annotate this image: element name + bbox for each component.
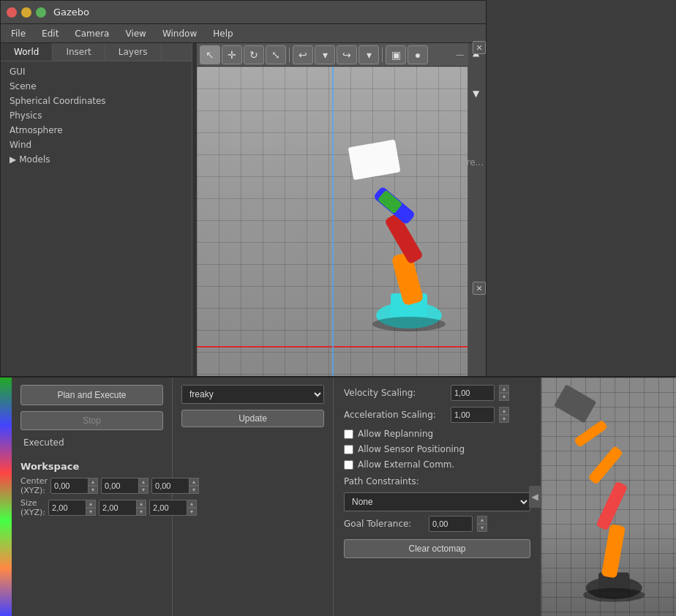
velocity-scaling-label: Velocity Scaling: — [344, 388, 446, 398]
tree-item-gui[interactable]: GUI — [1, 64, 192, 79]
tree-item-scene[interactable]: Scene — [1, 79, 192, 94]
scroll-down-btn[interactable]: ▼ — [473, 89, 486, 99]
svg-rect-10 — [601, 524, 626, 578]
acceleration-up[interactable]: ▴ — [499, 407, 509, 415]
center-y-up[interactable]: ▴ — [138, 478, 149, 486]
select-tool-button[interactable]: ↖ — [200, 45, 220, 64]
chevron-right-icon: ▶ — [10, 154, 16, 165]
tree-item-atmosphere[interactable]: Atmosphere — [1, 123, 192, 138]
acceleration-scaling-row: Acceleration Scaling: 1,00 ▴ ▾ — [344, 407, 530, 423]
center-x-up[interactable]: ▴ — [88, 478, 98, 486]
viewport-menu-icon[interactable]: — — [456, 50, 465, 60]
window-title: Gazebo — [53, 7, 89, 18]
allow-replanning-checkbox[interactable] — [344, 429, 353, 439]
title-bar: Gazebo — [1, 1, 486, 24]
rotate-tool-button[interactable]: ↻ — [244, 45, 264, 64]
far-right-canvas — [541, 378, 676, 616]
center-y-down[interactable]: ▾ — [138, 486, 149, 494]
size-xyz-label: Size (XYZ): — [20, 498, 45, 517]
svg-rect-11 — [596, 481, 628, 530]
undo-button[interactable]: ↩ — [293, 45, 313, 64]
menu-help[interactable]: Help — [206, 27, 240, 40]
stop-button[interactable]: Stop — [20, 411, 163, 430]
y-axis-line — [332, 67, 334, 377]
update-button[interactable]: Update — [181, 410, 324, 427]
tab-insert[interactable]: Insert — [53, 43, 105, 61]
goal-tolerance-label: Goal Tolerance: — [344, 519, 424, 529]
svg-point-15 — [583, 588, 645, 602]
acceleration-scaling-label: Acceleration Scaling: — [344, 410, 446, 420]
panel-collapse-arrow[interactable]: ◀ — [529, 486, 541, 508]
undo-dropdown[interactable]: ▾ — [315, 45, 335, 64]
translate-tool-button[interactable]: ✛ — [222, 45, 242, 64]
acceleration-scaling-input[interactable]: 1,00 — [451, 407, 495, 423]
goal-up[interactable]: ▴ — [477, 516, 487, 524]
size-y-input[interactable]: 2,00 — [99, 500, 137, 516]
tree-item-wind[interactable]: Wind — [1, 138, 192, 152]
bottom-middle-panel: freaky Update — [173, 378, 334, 616]
close-button[interactable] — [7, 7, 17, 18]
path-constraints-dropdown[interactable]: None — [344, 492, 530, 511]
goal-down[interactable]: ▾ — [477, 524, 487, 532]
right-side-panel: ▲ ▼ — [467, 43, 486, 396]
size-x-input[interactable]: 2,00 — [48, 500, 86, 516]
planner-dropdown[interactable]: freaky — [181, 385, 324, 404]
svg-rect-12 — [587, 446, 623, 485]
viewport-canvas[interactable] — [197, 67, 467, 377]
svg-point-7 — [372, 317, 446, 331]
allow-external-checkbox[interactable] — [344, 460, 353, 470]
size-y-down[interactable]: ▾ — [136, 508, 146, 516]
panel-close-button[interactable]: ✕ — [473, 41, 486, 54]
allow-sensor-label: Allow Sensor Positioning — [358, 444, 465, 454]
size-y-up[interactable]: ▴ — [136, 500, 146, 508]
toolbar-separator-2 — [382, 48, 383, 62]
velocity-down[interactable]: ▾ — [499, 393, 509, 401]
tab-layers[interactable]: Layers — [105, 43, 162, 61]
center-y-spinner: 0,00 ▴ ▾ — [101, 478, 149, 494]
acceleration-down[interactable]: ▾ — [499, 415, 509, 423]
minimize-button[interactable] — [21, 7, 31, 18]
allow-external-label: Allow External Comm. — [358, 459, 454, 470]
plan-execute-button[interactable]: Plan and Execute — [20, 385, 163, 405]
velocity-up[interactable]: ▴ — [499, 385, 509, 393]
allow-replanning-label: Allow Replanning — [358, 429, 433, 439]
menu-camera[interactable]: Camera — [67, 27, 116, 40]
tree-item-spherical[interactable]: Spherical Coordinates — [1, 94, 192, 108]
goal-tolerance-arrows: ▴ ▾ — [477, 516, 487, 532]
world-tree: GUI Scene Spherical Coordinates Physics … — [1, 61, 192, 378]
menu-view[interactable]: View — [118, 27, 153, 40]
center-x-input[interactable]: 0,00 — [50, 478, 89, 494]
size-x-spinner: 2,00 ▴ ▾ — [48, 500, 96, 516]
allow-sensor-checkbox[interactable] — [344, 445, 353, 454]
menu-file[interactable]: File — [4, 27, 33, 40]
velocity-scaling-input[interactable]: 1,00 — [451, 385, 495, 401]
viewport-toolbar: ↖ ✛ ↻ ⤡ ↩ ▾ ↪ ▾ ▣ ● — — [197, 43, 467, 67]
viewport: ↖ ✛ ↻ ⤡ ↩ ▾ ↪ ▾ ▣ ● — — [197, 43, 467, 396]
size-x-down[interactable]: ▾ — [86, 508, 96, 516]
center-y-input[interactable]: 0,00 — [101, 478, 139, 494]
panel-close-button-2[interactable]: ✕ — [473, 282, 486, 295]
clear-octomap-button[interactable]: Clear octomap — [344, 539, 530, 558]
tab-world[interactable]: World — [1, 43, 53, 61]
redo-button[interactable]: ↪ — [337, 45, 357, 64]
size-xyz-row: Size (XYZ): 2,00 ▴ ▾ 2,00 ▴ ▾ — [20, 498, 163, 517]
maximize-button[interactable] — [36, 7, 46, 18]
svg-rect-5 — [348, 140, 401, 180]
tree-item-models[interactable]: ▶ Models — [1, 152, 192, 167]
menu-edit[interactable]: Edit — [34, 27, 66, 40]
scale-tool-button[interactable]: ⤡ — [266, 45, 286, 64]
size-x-up[interactable]: ▴ — [86, 500, 96, 508]
workspace-title: Workspace — [20, 461, 163, 472]
tab-bar: World Insert Layers — [1, 43, 192, 61]
sphere-tool-button[interactable]: ● — [408, 45, 428, 64]
center-xyz-label: Center (XYZ): — [20, 476, 48, 495]
goal-tolerance-input[interactable]: 0,00 — [429, 516, 473, 532]
far-right-panel — [541, 378, 676, 616]
tree-item-physics[interactable]: Physics — [1, 108, 192, 123]
velocity-scaling-row: Velocity Scaling: 1,00 ▴ ▾ — [344, 385, 530, 401]
robot-arm-visual — [343, 140, 467, 337]
center-x-down[interactable]: ▾ — [88, 486, 98, 494]
box-tool-button[interactable]: ▣ — [386, 45, 406, 64]
redo-dropdown[interactable]: ▾ — [358, 45, 379, 64]
menu-window[interactable]: Window — [155, 27, 204, 40]
